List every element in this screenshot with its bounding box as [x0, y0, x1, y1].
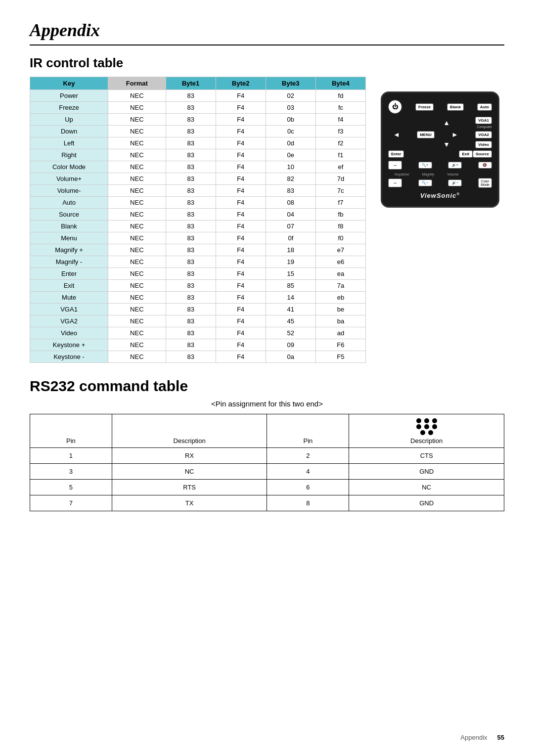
ir-byte-cell: e7 — [315, 244, 365, 256]
ir-format-cell: NEC — [108, 137, 166, 149]
ir-key-cell: Freeze — [30, 102, 108, 114]
volume-minus-btn: 🔊− — [448, 179, 462, 186]
ir-table-wrapper: Key Format Byte1 Byte2 Byte3 Byte4 Power… — [30, 77, 366, 363]
rs232-col-connector: Description — [349, 414, 504, 448]
ir-format-cell: NEC — [108, 185, 166, 197]
ir-byte-cell: F4 — [216, 209, 266, 221]
ir-key-cell: Menu — [30, 232, 108, 244]
ir-format-cell: NEC — [108, 292, 166, 304]
ir-byte-cell: f2 — [315, 137, 365, 149]
remote-icon-row2: ⌢ 🔍− 🔊− ColorMode — [388, 178, 492, 188]
ir-byte-cell: F4 — [216, 90, 266, 102]
rs232-col-pin2: Pin — [267, 414, 349, 448]
connector-diagram — [357, 418, 496, 435]
ir-byte-cell: 83 — [166, 102, 216, 114]
ir-section-title: IR control table — [30, 55, 504, 71]
ir-byte-cell: 03 — [266, 102, 315, 114]
ir-key-cell: Magnify - — [30, 256, 108, 268]
ir-byte-cell: F4 — [216, 173, 266, 185]
ir-byte-cell: 45 — [266, 315, 315, 327]
ir-format-cell: NEC — [108, 244, 166, 256]
rs232-col-desc1: Description — [112, 414, 267, 448]
ir-byte-cell: 82 — [266, 173, 315, 185]
power-button: ⏻ — [388, 100, 402, 114]
ir-key-cell: Right — [30, 149, 108, 161]
ir-format-cell: NEC — [108, 209, 166, 221]
ir-format-cell: NEC — [108, 173, 166, 185]
ir-byte-cell: 83 — [166, 268, 216, 280]
rs232-pin-cell: 5 — [30, 480, 112, 495]
ir-byte-cell: 7a — [315, 280, 365, 292]
ir-byte-cell: 7d — [315, 173, 365, 185]
table-row: 3NC4GND — [30, 464, 504, 480]
enter-button: Enter — [388, 150, 404, 158]
ir-key-cell: Down — [30, 126, 108, 137]
ir-key-cell: VGA2 — [30, 315, 108, 327]
table-row: MenuNEC83F40ff0 — [30, 232, 366, 244]
magnify-label: Magnify — [422, 173, 435, 176]
ir-byte-cell: ef — [315, 161, 365, 173]
rs232-desc-cell: CTS — [349, 448, 504, 464]
ir-byte-cell: 0d — [266, 137, 315, 149]
ir-byte-cell: ad — [315, 327, 365, 339]
ir-format-cell: NEC — [108, 315, 166, 327]
source-button: Source — [473, 150, 492, 158]
table-row: BlankNEC83F407f8 — [30, 221, 366, 232]
col-header-byte4: Byte4 — [315, 77, 365, 90]
ir-key-cell: Mute — [30, 292, 108, 304]
table-row: Color ModeNEC83F410ef — [30, 161, 366, 173]
ir-byte-cell: 83 — [166, 256, 216, 268]
table-row: Magnify -NEC83F419e6 — [30, 256, 366, 268]
remote-enter-row: Enter Exit Source — [388, 150, 492, 158]
ir-byte-cell: 85 — [266, 280, 315, 292]
ir-key-cell: Keystone + — [30, 339, 108, 351]
ir-byte-cell: 83 — [166, 221, 216, 232]
ir-byte-cell: 02 — [266, 90, 315, 102]
ir-control-table: Key Format Byte1 Byte2 Byte3 Byte4 Power… — [30, 77, 366, 363]
volume-label: Volume — [447, 173, 458, 176]
ir-byte-cell: 0b — [266, 114, 315, 126]
ir-byte-cell: F6 — [315, 339, 365, 351]
table-row: 7TX8GND — [30, 495, 504, 511]
ir-byte-cell: 83 — [166, 137, 216, 149]
table-row: VGA1NEC83F441be — [30, 304, 366, 315]
col-header-byte3: Byte3 — [266, 77, 315, 90]
ir-byte-cell: F4 — [216, 268, 266, 280]
table-row: DownNEC83F40cf3 — [30, 126, 366, 137]
table-row: 5RTS6NC — [30, 480, 504, 495]
mute-btn: 🔇 — [478, 162, 492, 169]
ir-byte-cell: ba — [315, 315, 365, 327]
exit-button: Exit — [459, 150, 473, 158]
ir-format-cell: NEC — [108, 232, 166, 244]
ir-byte-cell: e6 — [315, 256, 365, 268]
col-header-key: Key — [30, 77, 108, 90]
ir-key-cell: Exit — [30, 280, 108, 292]
title-divider — [30, 44, 504, 45]
table-row: SourceNEC83F404fb — [30, 209, 366, 221]
ir-key-cell: Blank — [30, 221, 108, 232]
rs232-pin-cell: 7 — [30, 495, 112, 511]
freeze-button: Freeze — [415, 103, 434, 111]
table-row: Volume+NEC83F4827d — [30, 173, 366, 185]
ir-format-cell: NEC — [108, 197, 166, 209]
table-row: EnterNEC83F415ea — [30, 268, 366, 280]
ir-key-cell: Keystone - — [30, 351, 108, 363]
ir-format-cell: NEC — [108, 221, 166, 232]
table-row: AutoNEC83F408f7 — [30, 197, 366, 209]
ir-format-cell: NEC — [108, 339, 166, 351]
table-row: Keystone +NEC83F409F6 — [30, 339, 366, 351]
ir-byte-cell: 15 — [266, 268, 315, 280]
viewsonic-brand: ViewSonic® — [388, 192, 492, 199]
remote-image-wrapper: ⏻ Freeze Blank Auto ▲ VGA1 Computer — [376, 77, 504, 363]
pin-assignment-title: <Pin assignment for this two end> — [30, 400, 504, 408]
ir-format-cell: NEC — [108, 102, 166, 114]
ir-byte-cell: 83 — [166, 244, 216, 256]
ir-key-cell: VGA1 — [30, 304, 108, 315]
ir-byte-cell: F4 — [216, 351, 266, 363]
rs232-pin-cell: 1 — [30, 448, 112, 464]
ir-byte-cell: 41 — [266, 304, 315, 315]
ir-byte-cell: 83 — [166, 173, 216, 185]
table-row: MuteNEC83F414eb — [30, 292, 366, 304]
ir-byte-cell: F4 — [216, 244, 266, 256]
ir-key-cell: Magnify + — [30, 244, 108, 256]
